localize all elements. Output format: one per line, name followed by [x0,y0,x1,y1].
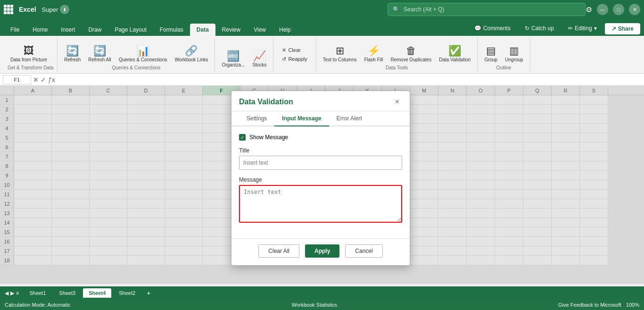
tab-home[interactable]: Home [26,24,54,36]
workbook-links-button[interactable]: 🔗 Workbook Links [172,44,211,64]
text-to-columns-button[interactable]: ⊞ Text to Columns [320,44,360,64]
reapply-icon: ↺ [282,56,286,62]
refresh-all-button[interactable]: 🔄 Refresh All [85,44,114,64]
formula-icons: ✕ ✓ ƒx [33,76,55,84]
dialog-header: Data Validation × [231,91,410,111]
nav-menu-icon[interactable]: ≡ [16,290,19,296]
refresh-button[interactable]: 🔄 Refresh [61,44,83,64]
search-placeholder: Search (Alt + Q) [404,6,444,13]
workbook-links-icon: 🔗 [185,46,198,56]
clear-button[interactable]: ✕ Clear [280,46,309,54]
comments-button[interactable]: 💬 Comments [468,22,517,34]
feedback-text[interactable]: Give Feedback to Microsoft [558,302,621,308]
outline-label: Outline [481,65,526,70]
dialog-tab-input-message[interactable]: Input Message [274,111,329,126]
queries-icon: 📊 [137,46,149,56]
show-message-label: Show Message [249,134,288,141]
title-field-input[interactable] [239,156,402,170]
data-validation-button[interactable]: ✅ Data Validation [436,44,473,64]
formula-input[interactable] [57,75,641,84]
nav-left-icon[interactable]: ◀ [5,290,8,296]
ribbon-group-clear-reapply: ✕ Clear ↺ Reapply [273,38,316,71]
minimize-icon[interactable]: — [597,4,608,15]
top-right-buttons: 💬 Comments ↻ Catch up ✏ Editing ▾ ↗ Shar… [468,22,640,36]
ribbon-group-data-picture: 🖼 Data from Picture Get & Transform Data [4,38,58,71]
apply-button[interactable]: Apply [305,244,339,258]
maximize-icon[interactable]: □ [613,4,624,15]
waffle-icon[interactable] [4,5,13,14]
group-button[interactable]: ▤ Group [481,44,500,64]
zoom-level: 100% [626,302,639,308]
ribbon-group-sort: 🔤 Organiza... 📈 Stocks [215,38,273,71]
reapply-label: Reapply [288,56,307,62]
cancel-formula-icon[interactable]: ✕ [33,76,39,84]
dialog-tab-error-alert[interactable]: Error Alert [329,111,370,126]
refresh-icon: 🔄 [66,46,79,56]
status-right: Give Feedback to Microsoft 100% [558,302,639,308]
search-icon: 🔍 [393,6,400,13]
message-field-textarea[interactable] [239,185,402,223]
tab-formulas[interactable]: Formulas [153,24,190,36]
tab-data[interactable]: Data [190,24,215,36]
catchup-icon: ↻ [525,25,529,32]
tab-page-layout[interactable]: Page Layout [108,24,153,36]
dialog-close-button[interactable]: × [392,97,402,107]
user-avatar[interactable]: ⬇ [60,5,69,14]
title-bar-left: Excel Super ⬇ [4,5,388,14]
ungroup-button[interactable]: ▥ Ungroup [502,44,526,64]
stocks-icon: 📈 [253,51,266,61]
cell-reference-input[interactable] [3,75,31,84]
tab-view[interactable]: View [247,24,272,36]
queries-button[interactable]: 📊 Queries & Connections [116,44,170,64]
remove-duplicates-button[interactable]: 🗑 Remove Duplicates [388,44,434,64]
data-from-picture-button[interactable]: 🖼 Data from Picture [8,44,50,64]
sheet-tab-sheet2[interactable]: Sheet2 [113,288,141,298]
clear-reapply-items: ✕ Clear ↺ Reapply [277,44,312,65]
sheet-nav: ◀ ▶ ≡ Sheet1 Sheet3 Sheet4 Sheet2 + [5,287,154,299]
workbook-stats[interactable]: Workbook Statistics [292,302,337,308]
show-message-checkbox[interactable]: ✓ [239,134,246,141]
clear-label: Clear [288,47,300,53]
nav-right-icon[interactable]: ▶ [10,290,14,296]
tab-help[interactable]: Help [272,24,297,36]
dialog-tab-settings[interactable]: Settings [239,111,274,126]
confirm-formula-icon[interactable]: ✓ [41,76,46,84]
group-icon: ▤ [486,46,496,56]
get-transform-label: Get & Transform Data [8,65,53,70]
ribbon-group-sort-items: 🔤 Organiza... 📈 Stocks [219,39,269,69]
refresh-label: Refresh [64,57,81,62]
tab-file[interactable]: File [4,24,26,36]
add-sheet-button[interactable]: + [143,287,154,299]
stocks-button[interactable]: 📈 Stocks [249,49,269,69]
clear-all-button[interactable]: Clear All [258,244,299,258]
comments-label: Comments [483,25,511,32]
tab-insert[interactable]: Insert [54,24,82,36]
ribbon-group-refresh-items: 🔄 Refresh 🔄 Refresh All 📊 Queries & Conn… [61,39,211,64]
catch-up-button[interactable]: ↻ Catch up [519,22,560,34]
title-field-container: Title [239,147,402,176]
flash-fill-icon: ⚡ [367,46,380,56]
editing-button[interactable]: ✏ Editing ▾ [562,22,603,34]
share-button[interactable]: ↗ Share [605,23,640,34]
flash-fill-button[interactable]: ⚡ Flash Fill [361,44,386,64]
edit-icon: ✏ [568,25,573,32]
tab-review[interactable]: Review [215,24,247,36]
spreadsheet-area: A B C D E F G H I J K L M N O P Q R S 12… [0,86,644,284]
insert-function-icon[interactable]: ƒx [48,76,55,84]
cancel-button[interactable]: Cancel [345,244,382,258]
sheet-tab-sheet4[interactable]: Sheet4 [83,288,111,298]
close-icon[interactable]: ✕ [629,4,640,15]
formula-bar: ✕ ✓ ƒx [0,74,644,86]
message-field-label: Message [239,176,402,183]
remove-dup-label: Remove Duplicates [390,57,431,62]
sheet-tab-sheet3[interactable]: Sheet3 [53,288,81,298]
tab-draw[interactable]: Draw [82,24,108,36]
settings-icon[interactable]: ⚙ [586,5,592,14]
reapply-button[interactable]: ↺ Reapply [280,55,309,63]
organize-button[interactable]: 🔤 Organiza... [219,49,248,69]
title-field-label: Title [239,147,402,154]
ribbon-group-outline-items: ▤ Group ▥ Ungroup [481,39,526,64]
ribbon-toolbar: 🖼 Data from Picture Get & Transform Data… [0,36,644,74]
search-bar[interactable]: 🔍 Search (Alt + Q) [388,3,586,16]
sheet-tab-sheet1[interactable]: Sheet1 [24,288,51,298]
